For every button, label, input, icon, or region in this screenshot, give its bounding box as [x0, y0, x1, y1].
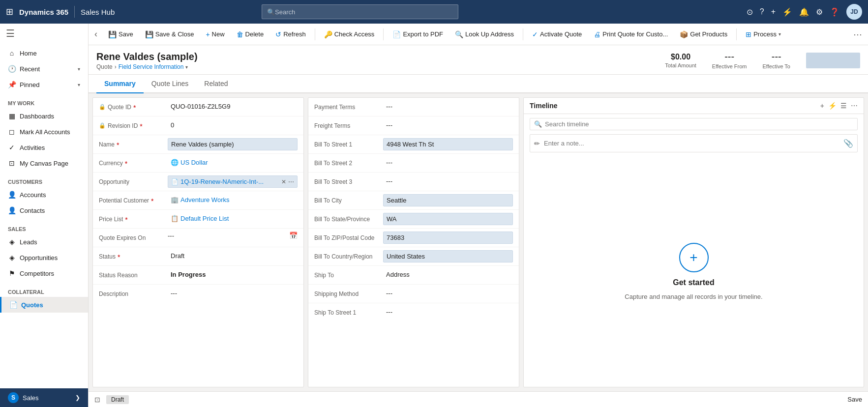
total-amount-stat: $0.00 Total Amount [665, 53, 696, 68]
waffle-menu[interactable]: ⊞ [6, 6, 13, 17]
save-close-button[interactable]: 💾 Save & Close [140, 28, 199, 41]
field-value-bill-to-zip[interactable]: 73683 [383, 232, 513, 244]
dashboards-icon: ▦ [8, 112, 16, 120]
sidebar-item-my-canvas-page[interactable]: ⊡ My Canvas Page [0, 155, 88, 171]
check-access-icon: 🔑 [324, 30, 332, 38]
field-value-freight-terms: --- [383, 119, 513, 131]
tab-quote-lines[interactable]: Quote Lines [144, 75, 197, 93]
back-button[interactable]: ‹ [94, 29, 97, 39]
tab-summary[interactable]: Summary [96, 75, 144, 93]
filter-icon[interactable]: ⚡ [782, 7, 792, 17]
help-icon[interactable]: ? [760, 7, 764, 16]
check-access-button[interactable]: 🔑 Check Access [319, 28, 380, 41]
sidebar-item-quotes[interactable]: 📄 Quotes [0, 297, 88, 313]
process-button[interactable]: ⊞ Process ▾ [741, 28, 786, 41]
field-label-name: Name * [99, 138, 168, 149]
tabs: Summary Quote Lines Related [89, 75, 868, 93]
sidebar-item-contacts[interactable]: 👤 Contacts [0, 203, 88, 218]
opportunity-text[interactable]: 1Q-19-Renew-NAmeric-Int-... [180, 178, 279, 185]
notifications-icon[interactable]: 🔔 [799, 7, 809, 17]
opportunity-more-icon[interactable]: ⋯ [288, 178, 294, 185]
get-products-icon: 📦 [680, 30, 688, 38]
field-value-bill-to-state[interactable]: WA [383, 213, 513, 225]
field-value-potential-customer[interactable]: 🏢 Adventure Works [168, 194, 298, 205]
sidebar-item-competitors[interactable]: ⚑ Competitors [0, 265, 88, 281]
sidebar-item-opportunities[interactable]: ◈ Opportunities [0, 250, 88, 265]
export-pdf-icon: 📄 [392, 30, 401, 38]
get-products-button[interactable]: 📦 Get Products [675, 28, 732, 41]
sidebar-item-pinned[interactable]: 📌 Pinned ▾ [0, 77, 88, 92]
field-row-revision-id: 🔒 Revision ID * 0 [93, 116, 303, 135]
field-row-status-reason: Status Reason In Progress [93, 266, 303, 285]
sidebar-item-leads[interactable]: ◈ Leads [0, 234, 88, 250]
timeline-more-icon[interactable]: ⋯ [851, 102, 858, 110]
field-row-currency: Currency * 🌐 US Dollar [93, 154, 303, 173]
activate-quote-button[interactable]: ✓ Activate Quote [527, 28, 587, 41]
field-row-quote-id: 🔒 Quote ID * QUO-01016-Z2L5G9 [93, 98, 303, 116]
currency-icon: 🌐 [171, 159, 179, 166]
sidebar-item-label: Pinned [20, 81, 39, 88]
toolbar-more-button[interactable]: ⋯ [853, 29, 862, 40]
top-nav-icons: ⊙ ? + ⚡ 🔔 ⚙ ❓ JD [747, 4, 862, 20]
sidebar-item-mark-all-accounts[interactable]: ◻ Mark All Accounts [0, 124, 88, 140]
field-label-status: Status * [99, 250, 168, 261]
sidebar-bottom-label: Sales [23, 394, 39, 402]
field-value-bill-to-country[interactable]: United States [383, 250, 513, 262]
timeline-list-icon[interactable]: ☰ [840, 102, 847, 110]
save-button[interactable]: 💾 Save [103, 28, 138, 41]
sidebar-item-home[interactable]: ⌂ Home [0, 45, 88, 61]
timeline-filter-icon[interactable]: ⚡ [828, 102, 837, 110]
expand-icon[interactable]: ⊡ [94, 396, 100, 404]
timeline-search-input[interactable] [545, 120, 853, 128]
collapse-sidebar-btn[interactable]: ☰ [0, 24, 88, 43]
lock-icon: 🔒 [99, 104, 106, 110]
calendar-icon[interactable]: 📅 [289, 232, 298, 239]
required-indicator: * [125, 216, 127, 224]
breadcrumb-field-service[interactable]: Field Service Information [119, 63, 184, 70]
canvas-icon: ⊡ [8, 159, 16, 167]
field-row-bill-to-street-3: Bill To Street 3 --- [308, 173, 519, 191]
todo-icon[interactable]: ⊙ [747, 7, 753, 17]
accounts-icon: 👤 [8, 191, 16, 199]
field-value-bill-to-city[interactable]: Seattle [383, 194, 513, 206]
field-value-price-list[interactable]: 📋 Default Price List [168, 213, 298, 224]
timeline-add-icon[interactable]: + [820, 102, 824, 110]
attachment-icon[interactable]: 📎 [843, 139, 853, 148]
sidebar-item-dashboards[interactable]: ▦ Dashboards [0, 108, 88, 124]
opportunity-clear-icon[interactable]: ✕ [281, 178, 286, 185]
print-quote-button[interactable]: 🖨 Print Quote for Custo... [589, 28, 673, 41]
tab-related[interactable]: Related [196, 75, 236, 93]
delete-button[interactable]: 🗑 Delete [232, 28, 269, 41]
sidebar-bottom-sales[interactable]: S Sales ❯ [0, 388, 88, 407]
search-input[interactable] [275, 8, 453, 16]
opportunity-field[interactable]: 📄 1Q-19-Renew-NAmeric-Int-... ✕ ⋯ [168, 175, 298, 188]
field-label-price-list: Price List * [99, 213, 168, 224]
field-label-bill-to-city: Bill To City [314, 194, 383, 204]
timeline-search: 🔍 [530, 118, 858, 130]
sidebar-item-accounts[interactable]: 👤 Accounts [0, 187, 88, 203]
get-products-label: Get Products [690, 30, 727, 38]
question-icon[interactable]: ❓ [830, 7, 839, 17]
settings-icon[interactable]: ⚙ [816, 7, 823, 17]
activate-quote-icon: ✓ [532, 30, 538, 38]
field-value-description[interactable]: --- [168, 288, 298, 299]
field-label-potential-customer: Potential Customer * [99, 194, 168, 205]
field-value-bill-to-street-1[interactable]: 4948 West Th St [383, 138, 513, 150]
field-value-status-reason: In Progress [168, 269, 298, 280]
timeline-note-input[interactable] [544, 140, 839, 147]
user-avatar[interactable]: JD [846, 4, 862, 20]
sidebar-item-recent[interactable]: 🕐 Recent ▾ [0, 61, 88, 77]
statusbar-save-button[interactable]: Save [847, 396, 862, 403]
new-button[interactable]: + New [201, 28, 229, 41]
sidebar-item-label: Recent [20, 65, 40, 73]
nav-divider [74, 6, 75, 18]
competitors-icon: ⚑ [8, 269, 16, 277]
field-value-currency[interactable]: 🌐 US Dollar [168, 157, 298, 168]
export-pdf-button[interactable]: 📄 Export to PDF [388, 28, 448, 41]
sidebar-item-activities[interactable]: ✓ Activities [0, 140, 88, 155]
refresh-button[interactable]: ↺ Refresh [270, 28, 311, 41]
add-icon[interactable]: + [771, 7, 776, 16]
timeline-add-circle[interactable]: + [679, 243, 709, 272]
lookup-address-button[interactable]: 🔍 Look Up Address [450, 28, 519, 41]
field-value-name[interactable]: Rene Valdes (sample) [168, 138, 298, 150]
